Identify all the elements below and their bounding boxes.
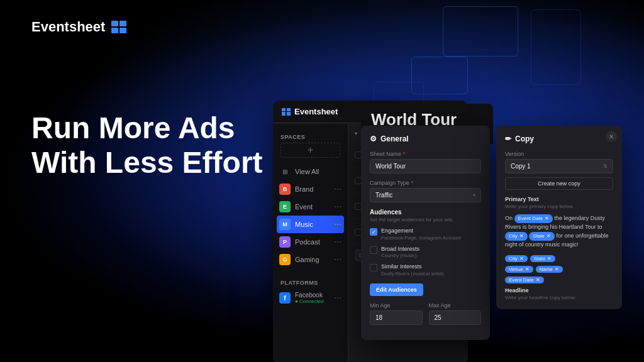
sidebar-item-event[interactable]: E Event ⋯ xyxy=(273,198,348,216)
platform-facebook[interactable]: f Facebook ● Connected ⋯ xyxy=(273,288,348,307)
max-age-label: Max Age xyxy=(429,302,482,309)
audiences-title: Audiences xyxy=(370,209,481,216)
sidebar-item-music[interactable]: M Music ⋯ xyxy=(277,216,344,233)
general-panel-title: ⚙ General xyxy=(370,134,481,143)
broad-checkbox[interactable] xyxy=(370,246,377,254)
mini-logo-icon xyxy=(282,108,291,116)
sidebar: Spaces + ⊞ View All B Brand ⋯ E Event ⋯ … xyxy=(273,124,348,362)
min-age-label: Min Age xyxy=(370,302,423,309)
headline-section-label: Headline xyxy=(505,287,613,293)
copy-text-on: On xyxy=(505,215,514,221)
min-age-input[interactable]: 18 xyxy=(370,310,423,325)
sidebar-item-label-gaming: Gaming xyxy=(295,256,319,263)
tag-city-1[interactable]: City ✕ xyxy=(505,232,528,241)
similar-label: Similar Interests xyxy=(381,263,444,271)
tag-close-icon[interactable]: ✕ xyxy=(547,256,552,261)
headline-line1: Run More Ads xyxy=(31,111,270,145)
brand-icon: B xyxy=(279,184,291,195)
gaming-icon: G xyxy=(279,254,291,265)
version-value: Copy 1 xyxy=(511,163,531,170)
tag-state-2[interactable]: State ✕ xyxy=(530,255,556,262)
tag-close-icon[interactable]: ✕ xyxy=(525,266,530,272)
broad-label: Broad Interests xyxy=(381,246,419,253)
copy-panel: ✕ ✏ Copy Version Copy 1 ⇅ Create new cop… xyxy=(496,126,622,309)
headline-sub: Write your headline copy below. xyxy=(505,295,613,300)
tag-close-icon[interactable]: ✕ xyxy=(536,277,540,283)
headline-line2: With Less Effort xyxy=(31,145,270,180)
age-row: Min Age 18 Max Age 25 xyxy=(370,302,481,331)
view-all-icon: ⊞ xyxy=(279,166,291,177)
sidebar-item-label-brand: Brand xyxy=(295,185,313,193)
copy-title-text: Copy xyxy=(515,134,534,143)
tag-close-icon[interactable]: ✕ xyxy=(555,266,559,272)
platform-dots: ⋯ xyxy=(334,293,341,302)
ui-container: Eventsheet Spaces + ⊞ View All B Brand ⋯… xyxy=(267,0,644,362)
logo: Eventsheet xyxy=(31,19,270,35)
sidebar-item-gaming[interactable]: G Gaming ⋯ xyxy=(273,251,348,268)
max-age-input[interactable]: 25 xyxy=(429,310,482,325)
platforms-label: Platforms xyxy=(273,276,348,288)
platform-status: ● Connected xyxy=(295,299,324,304)
engagement-info: Engagement Facebook Page, Instagram Acco… xyxy=(381,228,461,241)
sidebar-item-label-music: Music xyxy=(295,221,313,228)
primary-text-label: Primary Text xyxy=(505,196,613,202)
audiences-section: Audiences Set the target audiences for y… xyxy=(370,209,481,277)
music-dots: ⋯ xyxy=(334,220,341,229)
sidebar-item-view-all[interactable]: ⊞ View All xyxy=(273,163,348,180)
platform-name: Facebook xyxy=(295,292,324,299)
campaign-type-required: * xyxy=(411,180,413,186)
close-button[interactable]: ✕ xyxy=(606,131,617,142)
podcast-icon: P xyxy=(279,236,291,248)
tag-name[interactable]: Name ✕ xyxy=(536,266,563,273)
tag-close-icon[interactable]: ✕ xyxy=(519,256,524,261)
tag-close-icon[interactable]: ✕ xyxy=(519,233,524,240)
sidebar-item-brand[interactable]: B Brand ⋯ xyxy=(273,180,348,198)
primary-text-sub: Write your primary copy below. xyxy=(505,204,613,209)
version-select[interactable]: Copy 1 ⇅ xyxy=(505,159,613,173)
select-arrow-icon: ▾ xyxy=(473,192,475,198)
event-dots: ⋯ xyxy=(334,202,341,211)
tag-close-icon[interactable]: ✕ xyxy=(547,233,551,240)
headline: Run More Ads With Less Effort xyxy=(31,111,270,180)
campaign-type-select[interactable]: Traffic ▾ xyxy=(370,188,481,202)
general-title-text: General xyxy=(380,134,409,143)
max-age-field: Max Age 25 xyxy=(429,302,482,331)
tag-city-2[interactable]: City ✕ xyxy=(505,255,528,262)
audience-engagement: ✓ Engagement Facebook Page, Instagram Ac… xyxy=(370,228,481,241)
tag-event-date-2[interactable]: Event Date ✕ xyxy=(505,277,544,283)
tag-event-date-1[interactable]: Event Date ✕ xyxy=(514,214,553,223)
general-panel: ⚙ General Sheet Name * World Tour Campai… xyxy=(361,126,490,340)
campaign-type-label: Campaign Type * xyxy=(370,180,481,186)
audience-broad: Broad Interests Country (music) xyxy=(370,246,481,259)
create-copy-button[interactable]: Create new copy xyxy=(505,177,613,190)
app-header-logo: Eventsheet xyxy=(282,107,338,116)
brand-dots: ⋯ xyxy=(334,185,341,194)
pencil-icon: ✏ xyxy=(505,134,511,143)
copy-tags-row-3: Event Date ✕ xyxy=(505,277,613,283)
engagement-sublabel: Facebook Page, Instagram Account xyxy=(381,235,461,241)
audiences-subtitle: Set the target audiences for your ads. xyxy=(370,217,481,222)
version-arrow-icon: ⇅ xyxy=(603,163,608,169)
tag-close-icon[interactable]: ✕ xyxy=(545,215,549,222)
spaces-label: Spaces xyxy=(273,130,348,143)
sheet-name-input[interactable]: World Tour xyxy=(370,159,481,173)
podcast-dots: ⋯ xyxy=(334,238,341,246)
music-icon: M xyxy=(279,219,291,230)
edit-audiences-button[interactable]: Edit Audiences xyxy=(370,283,423,296)
sidebar-item-label-view-all: View All xyxy=(295,168,319,175)
tag-state-1[interactable]: State ✕ xyxy=(529,232,555,241)
event-icon: E xyxy=(279,201,291,212)
engagement-checkbox[interactable]: ✓ xyxy=(370,228,377,236)
similar-sublabel: Dusty Rivers (musical artist) xyxy=(381,271,444,277)
gaming-dots: ⋯ xyxy=(334,255,341,264)
version-label: Version xyxy=(505,151,613,157)
hero-section: Eventsheet Run More Ads With Less Effort xyxy=(31,0,270,362)
add-space-button[interactable]: + xyxy=(280,143,340,158)
sidebar-item-podcast[interactable]: P Podcast ⋯ xyxy=(273,233,348,251)
similar-checkbox[interactable] xyxy=(370,264,377,272)
sidebar-item-label-event: Event xyxy=(295,203,313,211)
audience-similar: Similar Interests Dusty Rivers (musical … xyxy=(370,263,481,277)
tag-venue[interactable]: Venue ✕ xyxy=(505,266,533,273)
min-age-field: Min Age 18 xyxy=(370,302,423,331)
campaign-type-value: Traffic xyxy=(375,192,392,199)
